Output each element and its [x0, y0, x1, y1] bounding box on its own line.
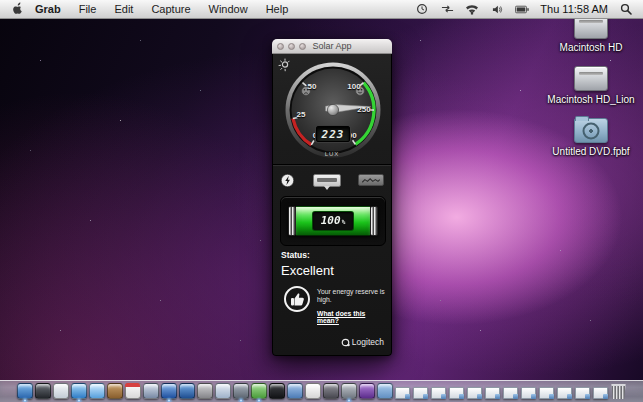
- dock-minimized-window[interactable]: [502, 382, 519, 399]
- trash-icon: [610, 384, 627, 399]
- gauge-tick-50: 50: [308, 82, 317, 91]
- ical-icon: [125, 383, 141, 399]
- dock-evernote[interactable]: [250, 382, 267, 399]
- front-row-icon: [179, 383, 195, 399]
- dock-system-preferences[interactable]: [196, 382, 213, 399]
- logitech-logo-icon: [341, 338, 350, 347]
- dock-photo-booth[interactable]: [142, 382, 159, 399]
- dock-ichat[interactable]: [88, 382, 105, 399]
- minimized-window-icon: [395, 387, 410, 399]
- minimized-window-icon: [521, 387, 536, 399]
- ichat-icon: [89, 383, 105, 399]
- desktop-icon-label: Macintosh HD: [560, 42, 623, 53]
- battery-value: 100: [321, 212, 341, 230]
- menu-help[interactable]: Help: [257, 3, 298, 15]
- dock-finder[interactable]: [16, 382, 33, 399]
- menu-grab[interactable]: Grab: [35, 3, 70, 15]
- lux-history-button[interactable]: [358, 174, 384, 186]
- battery-panel: 100 %: [280, 196, 386, 246]
- battery-percent-sign: %: [342, 218, 346, 225]
- dock-grab[interactable]: [232, 382, 249, 399]
- gauge-tick-25: 25: [297, 110, 306, 119]
- dock-minimized-window[interactable]: [520, 382, 537, 399]
- dock-image-app[interactable]: [358, 382, 375, 399]
- dock-preview[interactable]: [52, 382, 69, 399]
- wifi-icon[interactable]: [465, 3, 479, 16]
- menu-file[interactable]: File: [70, 3, 106, 15]
- desktop-icon-macintosh-hd[interactable]: Macintosh HD: [543, 14, 639, 53]
- finder-icon: [17, 383, 33, 399]
- what-does-this-mean-link[interactable]: What does this mean?: [317, 310, 389, 324]
- desktop-icon-macintosh-hd-lion[interactable]: Macintosh HD_Lion: [543, 66, 639, 105]
- dock-minimized-window[interactable]: [574, 382, 591, 399]
- menu-capture[interactable]: Capture: [142, 3, 199, 15]
- zoom-button[interactable]: [299, 43, 306, 50]
- spotlight-icon[interactable]: [619, 3, 633, 16]
- menu-bar-clock[interactable]: Thu 11:58 AM: [540, 3, 608, 15]
- photo-booth-icon: [143, 383, 159, 399]
- dock-front-row[interactable]: [178, 382, 195, 399]
- minimized-window-icon: [557, 387, 572, 399]
- keyboard-button[interactable]: [313, 174, 341, 187]
- dock-dashboard[interactable]: [34, 382, 51, 399]
- dock-quicktime[interactable]: [214, 382, 231, 399]
- minimize-button[interactable]: [288, 43, 295, 50]
- gauge-tick-100: 100: [347, 82, 360, 91]
- dock-safari[interactable]: [70, 382, 87, 399]
- dock-minimized-window[interactable]: [538, 382, 555, 399]
- toolbar: [273, 168, 391, 192]
- minimized-window-icon: [467, 387, 482, 399]
- grab-icon: [233, 383, 249, 399]
- battery-body: 100 %: [296, 206, 370, 236]
- dock-minimized-window[interactable]: [484, 382, 501, 399]
- minimized-window-icon: [413, 387, 428, 399]
- menu-list: GrabFileEditCaptureWindowHelp: [35, 3, 297, 15]
- desktop-icon-label: Macintosh HD_Lion: [547, 94, 634, 105]
- sync-arrows-icon[interactable]: [440, 3, 454, 16]
- status-description: Your energy reserve is high.: [317, 288, 389, 305]
- dock-downloads-folder[interactable]: [376, 382, 393, 399]
- dock-minimized-window[interactable]: [412, 382, 429, 399]
- window-titlebar[interactable]: Solar App: [272, 39, 392, 54]
- dock-blue-app[interactable]: [286, 382, 303, 399]
- dock-minimized-window[interactable]: [556, 382, 573, 399]
- dock-minimized-window[interactable]: [448, 382, 465, 399]
- hard-drive-icon: [574, 66, 608, 91]
- desktop-icon-label: Untitled DVD.fpbf: [552, 146, 629, 157]
- dock-photo-app[interactable]: [322, 382, 339, 399]
- battery-indicator: 100 %: [288, 206, 378, 236]
- energy-button[interactable]: [280, 173, 295, 188]
- dock-ical[interactable]: [124, 382, 141, 399]
- dock-itunes[interactable]: [160, 382, 177, 399]
- dock-minimized-window[interactable]: [466, 382, 483, 399]
- dock-minimized-window[interactable]: [430, 382, 447, 399]
- battery-icon[interactable]: [515, 3, 529, 16]
- menu-bar: GrabFileEditCaptureWindowHelp Thu 11:58 …: [0, 0, 643, 19]
- dock-minimized-window[interactable]: [592, 382, 609, 399]
- itunes-icon: [161, 383, 177, 399]
- text-editor-icon: [305, 383, 321, 399]
- evernote-icon: [251, 383, 267, 399]
- dock-trash[interactable]: [610, 382, 627, 399]
- battery-cap-right: [370, 206, 378, 236]
- dock-text-editor[interactable]: [304, 382, 321, 399]
- separator: [273, 164, 391, 165]
- media-app-icon: [269, 383, 285, 399]
- volume-icon[interactable]: [490, 3, 504, 16]
- close-button[interactable]: [277, 43, 284, 50]
- desktop-icon-untitled-dvd-fpbf[interactable]: Untitled DVD.fpbf: [543, 118, 639, 157]
- status-value: Excellent: [281, 263, 334, 278]
- traffic-lights: [277, 43, 306, 50]
- menu-window[interactable]: Window: [200, 3, 257, 15]
- dock-globe-app[interactable]: [340, 382, 357, 399]
- menu-bar-left: GrabFileEditCaptureWindowHelp: [0, 2, 297, 16]
- apple-menu-icon[interactable]: [10, 2, 23, 16]
- menu-edit[interactable]: Edit: [105, 3, 142, 15]
- battery-percent-display: 100 %: [313, 212, 353, 230]
- dock-media-app[interactable]: [268, 382, 285, 399]
- desktop-icons: Macintosh HDMacintosh HD_LionUntitled DV…: [543, 14, 639, 157]
- dock-minimized-window[interactable]: [394, 382, 411, 399]
- dock-address-book[interactable]: [106, 382, 123, 399]
- menu-bar-right: Thu 11:58 AM: [415, 3, 643, 16]
- time-machine-icon[interactable]: [415, 3, 429, 16]
